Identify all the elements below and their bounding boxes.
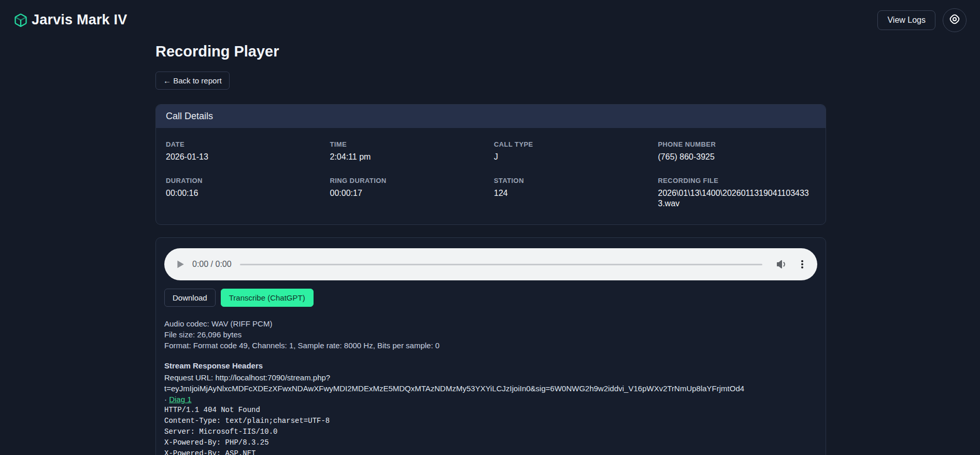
field-call-type: CALL TYPE J [494,140,652,162]
header-server: Server: Microsoft-IIS/10.0 [164,426,817,437]
call-details-card: Call Details DATE 2026-01-13 TIME 2:04:1… [155,104,826,225]
field-value: 2026-01-13 [166,152,324,162]
field-label: CALL TYPE [494,140,652,148]
format-line: Format: Format code 49, Channels: 1, Sam… [164,340,817,351]
seek-bar[interactable] [240,264,762,265]
view-logs-button[interactable]: View Logs [877,10,935,30]
field-label: RECORDING FILE [658,177,816,184]
diag-1-link[interactable]: Diag 1 [169,395,191,404]
call-details-body: DATE 2026-01-13 TIME 2:04:11 pm CALL TYP… [156,128,826,224]
field-duration: DURATION 00:00:16 [166,177,324,209]
back-to-report-button[interactable]: ← Back to report [155,72,230,90]
transcribe-button[interactable]: Transcribe (ChatGPT) [221,289,314,307]
request-url-line: Request URL: http://localhost:7090/strea… [164,372,817,383]
field-phone-number: PHONE NUMBER (765) 860-3925 [658,140,816,162]
field-ring-duration: RING DURATION 00:00:17 [330,177,488,209]
field-value: J [494,152,652,162]
call-details-header: Call Details [156,105,826,128]
top-bar: Jarvis Mark IV View Logs [0,0,980,40]
header-x-powered-by-php: X-Powered-By: PHP/8.3.25 [164,437,817,448]
header-x-powered-by-aspnet: X-Powered-By: ASP.NET [164,448,817,455]
brand: Jarvis Mark IV [13,12,127,28]
field-label: STATION [494,177,652,184]
app-title: Jarvis Mark IV [32,12,127,28]
audio-file-info: Audio codec: WAV (RIFF PCM) File size: 2… [164,318,817,351]
player-actions: Download Transcribe (ChatGPT) [164,289,817,307]
stream-headers-title: Stream Response Headers [164,360,817,371]
stream-response-block: Stream Response Headers Request URL: htt… [164,360,817,455]
field-value: (765) 860-3925 [658,152,816,162]
http-headers-block: HTTP/1.1 404 Not Found Content-Type: tex… [164,405,817,455]
field-date: DATE 2026-01-13 [166,140,324,162]
field-label: RING DURATION [330,177,488,184]
field-recording-file: RECORDING FILE 2026\01\13\1400\202601131… [658,177,816,209]
field-value: 2026\01\13\1400\20260113190411034333.wav [658,188,816,209]
field-label: PHONE NUMBER [658,140,816,148]
main-content: Recording Player ← Back to report Call D… [155,43,826,455]
diag-bullet: · [164,395,169,404]
top-bar-actions: View Logs [877,8,967,32]
page-title: Recording Player [155,43,826,60]
download-button[interactable]: Download [164,289,216,307]
play-button[interactable] [176,260,185,269]
field-value: 2:04:11 pm [330,152,488,162]
time-display: 0:00 / 0:00 [192,260,232,269]
audio-player[interactable]: 0:00 / 0:00 [164,248,817,280]
scan-eye-icon [948,13,961,27]
field-label: DATE [166,140,324,148]
volume-button[interactable] [776,258,788,271]
header-status-line: HTTP/1.1 404 Not Found [164,405,817,416]
header-content-type: Content-Type: text/plain;charset=UTF-8 [164,416,817,426]
audio-codec-line: Audio codec: WAV (RIFF PCM) [164,318,817,329]
player-menu-button[interactable] [798,259,807,269]
player-card: 0:00 / 0:00 Download Transcribe (ChatGPT… [155,237,826,455]
field-value: 124 [494,188,652,198]
field-label: TIME [330,140,488,148]
call-details-grid: DATE 2026-01-13 TIME 2:04:11 pm CALL TYP… [166,140,816,209]
field-value: 00:00:17 [330,188,488,198]
box-logo-icon [13,13,28,27]
diag-line: · Diag 1 [164,394,817,405]
request-url-token: t=eyJmIjoiMjAyNlxcMDFcXDEzXFwxNDAwXFwyMD… [164,383,817,394]
field-label: DURATION [166,177,324,184]
scan-eye-button[interactable] [943,8,967,32]
field-time: TIME 2:04:11 pm [330,140,488,162]
field-value: 00:00:16 [166,188,324,198]
field-station: STATION 124 [494,177,652,209]
file-size-line: File size: 26,096 bytes [164,329,817,340]
